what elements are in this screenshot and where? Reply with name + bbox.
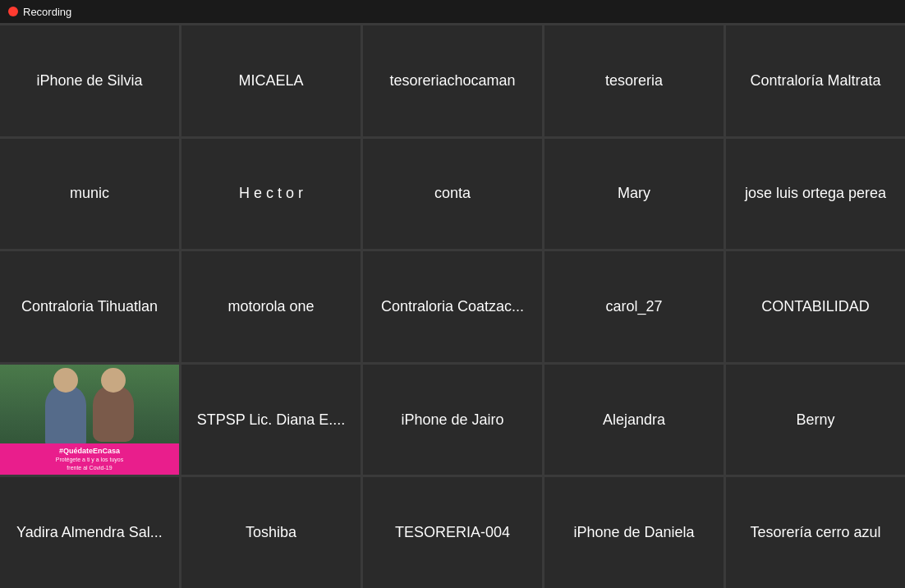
participant-name: Contraloria Coatzac... (374, 292, 531, 322)
participant-name: conta (428, 178, 477, 209)
participant-thumbnail: #QuédateEnCasaProtégete a ti y a los tuy… (0, 365, 179, 475)
participant-cell-17[interactable]: STPSP Lic. Diana E.... (181, 365, 361, 475)
participant-cell-16[interactable]: #QuédateEnCasaProtégete a ti y a los tuy… (0, 365, 179, 475)
participant-name: munic (63, 178, 116, 209)
participant-name: iPhone de Jairo (394, 405, 510, 435)
participant-cell-8[interactable]: conta (363, 139, 542, 250)
participant-name: Yadira Almendra Sal... (10, 517, 169, 548)
participant-cell-24[interactable]: iPhone de Daniela (544, 477, 724, 588)
participant-name: iPhone de Silvia (30, 66, 149, 96)
participant-cell-12[interactable]: motorola one (181, 251, 361, 362)
participant-name: Toshiba (239, 517, 303, 548)
participant-cell-11[interactable]: Contraloria Tihuatlan (0, 251, 179, 362)
participant-cell-23[interactable]: TESORERIA-004 (363, 477, 542, 588)
participant-name: MICAELA (232, 66, 310, 96)
participant-cell-13[interactable]: Contraloria Coatzac... (363, 251, 542, 362)
participants-grid: iPhone de SilviaMICAELAtesoreriachocaman… (0, 23, 905, 588)
participant-name: carol_27 (599, 292, 668, 322)
participant-cell-3[interactable]: tesoreriachocaman (363, 25, 542, 136)
participant-name: STPSP Lic. Diana E.... (191, 405, 352, 435)
participant-name: TESORERIA-004 (388, 517, 517, 548)
participant-name: CONTABILIDAD (755, 292, 876, 322)
participant-name: Tesorería cerro azul (743, 517, 887, 548)
recording-label: Recording (23, 6, 71, 18)
participant-name: Alejandra (596, 405, 672, 435)
participant-cell-15[interactable]: CONTABILIDAD (726, 251, 905, 362)
participant-name: motorola one (221, 292, 320, 322)
participant-cell-14[interactable]: carol_27 (544, 251, 724, 362)
participant-name: Contraloria Tihuatlan (15, 292, 164, 322)
participant-cell-2[interactable]: MICAELA (181, 25, 361, 136)
participant-cell-10[interactable]: jose luis ortega perea (726, 139, 905, 250)
recording-indicator (8, 7, 18, 16)
participant-name: tesoreriachocaman (383, 66, 521, 96)
participant-cell-5[interactable]: Contraloría Maltrata (726, 25, 905, 136)
participant-cell-22[interactable]: Toshiba (181, 477, 361, 588)
participant-name: Contraloría Maltrata (743, 66, 887, 96)
stay-home-banner: #QuédateEnCasaProtégete a ti y a los tuy… (0, 443, 179, 475)
participant-cell-20[interactable]: Berny (726, 365, 905, 475)
participant-cell-4[interactable]: tesoreria (544, 25, 724, 136)
participant-name: jose luis ortega perea (738, 178, 893, 209)
participant-name: Mary (611, 178, 657, 209)
participant-cell-25[interactable]: Tesorería cerro azul (726, 477, 905, 588)
participant-cell-7[interactable]: H e c t o r (181, 139, 361, 250)
participant-name: tesoreria (599, 66, 669, 96)
participant-cell-6[interactable]: munic (0, 139, 179, 250)
participant-cell-1[interactable]: iPhone de Silvia (0, 25, 179, 136)
participant-cell-19[interactable]: Alejandra (544, 365, 724, 475)
top-bar: Recording (0, 0, 905, 23)
participant-cell-18[interactable]: iPhone de Jairo (363, 365, 542, 475)
participant-name: H e c t o r (232, 178, 310, 209)
participant-cell-9[interactable]: Mary (544, 139, 724, 250)
participant-name: Berny (789, 405, 841, 435)
participant-cell-21[interactable]: Yadira Almendra Sal... (0, 477, 179, 588)
participant-name: iPhone de Daniela (567, 517, 701, 548)
